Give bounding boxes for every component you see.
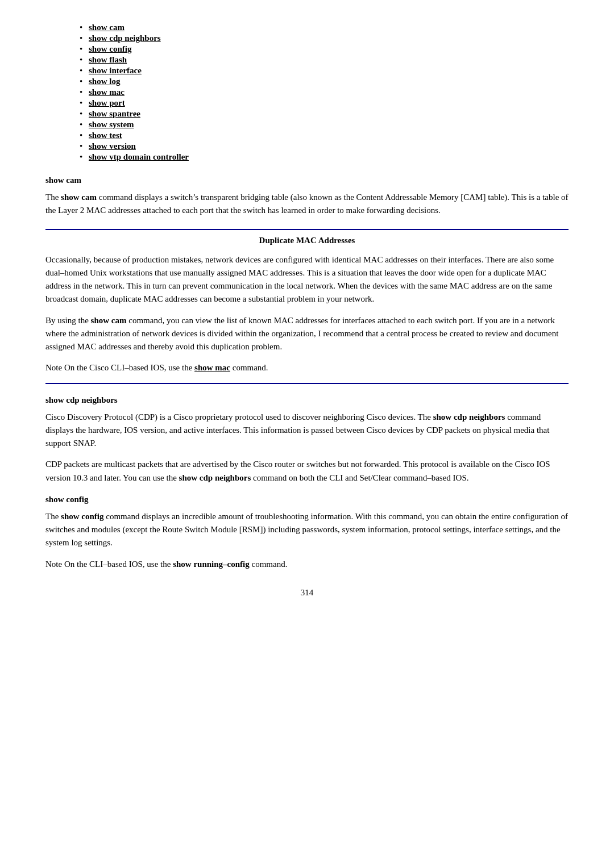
cdp-para1-bold: show cdp neighbors bbox=[433, 412, 505, 422]
show-cdp-heading: show cdp neighbors bbox=[45, 395, 569, 405]
show-cam-para-post: command displays a switch’s transparent … bbox=[45, 193, 569, 215]
link-show-version[interactable]: show version bbox=[89, 141, 136, 151]
show-cam-heading: show cam bbox=[45, 176, 569, 185]
list-item-show-cdp-neighbors[interactable]: show cdp neighbors bbox=[80, 34, 569, 43]
list-item-show-interface[interactable]: show interface bbox=[80, 66, 569, 76]
config-note-pre: Note On the CLI–based IOS, use the bbox=[45, 560, 173, 569]
link-show-cdp-neighbors[interactable]: show cdp neighbors bbox=[89, 34, 161, 43]
top-divider bbox=[45, 229, 569, 230]
duplicate-mac-paragraph2: By using the show cam command, you can v… bbox=[45, 314, 569, 354]
list-item-show-cam[interactable]: show cam bbox=[80, 23, 569, 32]
show-cam-para-bold: show cam bbox=[61, 193, 97, 202]
page-number: 314 bbox=[45, 588, 569, 598]
duplicate-mac-note: Note On the Cisco CLI–based IOS, use the… bbox=[45, 361, 569, 374]
link-show-port[interactable]: show port bbox=[89, 98, 125, 107]
duplicate-mac-title: Duplicate MAC Addresses bbox=[45, 236, 569, 245]
cdp-para2-post: command on both the CLI and Set/Clear co… bbox=[251, 473, 468, 482]
link-show-log[interactable]: show log bbox=[89, 77, 120, 86]
list-item-show-version[interactable]: show version bbox=[80, 141, 569, 151]
config-note-bold: show running–config bbox=[173, 560, 250, 569]
link-show-cam[interactable]: show cam bbox=[89, 23, 125, 32]
note-link-show-mac[interactable]: show mac bbox=[194, 363, 230, 372]
table-of-contents: show cam show cdp neighbors show config … bbox=[45, 23, 569, 162]
list-item-show-mac[interactable]: show mac bbox=[80, 87, 569, 97]
list-item-show-port[interactable]: show port bbox=[80, 98, 569, 108]
cdp-para2-bold: show cdp neighbors bbox=[179, 473, 251, 482]
link-show-config[interactable]: show config bbox=[89, 44, 131, 53]
show-cdp-paragraph1: Cisco Discovery Protocol (CDP) is a Cisc… bbox=[45, 411, 569, 450]
list-item-show-config[interactable]: show config bbox=[80, 44, 569, 54]
list-item-show-vtp[interactable]: show vtp domain controller bbox=[80, 152, 569, 162]
show-cam-paragraph: The show cam command displays a switch’s… bbox=[45, 191, 569, 218]
link-show-interface[interactable]: show interface bbox=[89, 66, 142, 75]
link-show-flash[interactable]: show flash bbox=[89, 55, 127, 64]
list-item-show-spantree[interactable]: show spantree bbox=[80, 109, 569, 119]
config-para1-bold: show config bbox=[61, 512, 103, 521]
link-show-mac[interactable]: show mac bbox=[89, 87, 125, 97]
bottom-divider bbox=[45, 383, 569, 384]
show-cdp-paragraph2: CDP packets are multicast packets that a… bbox=[45, 458, 569, 485]
note-pre: Note On the Cisco CLI–based IOS, use the bbox=[45, 363, 194, 372]
link-show-vtp[interactable]: show vtp domain controller bbox=[89, 152, 189, 161]
show-config-heading: show config bbox=[45, 495, 569, 504]
config-para1-pre: The bbox=[45, 512, 61, 521]
list-item-show-test[interactable]: show test bbox=[80, 131, 569, 140]
show-config-paragraph1: The show config command displays an incr… bbox=[45, 510, 569, 550]
show-config-note: Note On the CLI–based IOS, use the show … bbox=[45, 558, 569, 571]
link-show-test[interactable]: show test bbox=[89, 131, 122, 140]
config-para1-post: command displays an incredible amount of… bbox=[45, 512, 568, 548]
list-item-show-log[interactable]: show log bbox=[80, 77, 569, 86]
config-note-post: command. bbox=[250, 560, 288, 569]
show-cam-para-pre: The bbox=[45, 193, 61, 202]
link-show-system[interactable]: show system bbox=[89, 120, 134, 129]
list-item-show-system[interactable]: show system bbox=[80, 120, 569, 130]
list-item-show-flash[interactable]: show flash bbox=[80, 55, 569, 65]
note-post: command. bbox=[230, 363, 268, 372]
cdp-para1-pre: Cisco Discovery Protocol (CDP) is a Cisc… bbox=[45, 412, 433, 422]
link-show-spantree[interactable]: show spantree bbox=[89, 109, 140, 118]
dup-para2-pre: By using the bbox=[45, 316, 91, 325]
duplicate-mac-paragraph1: Occasionally, because of production mist… bbox=[45, 253, 569, 306]
dup-para2-bold: show cam bbox=[91, 316, 127, 325]
